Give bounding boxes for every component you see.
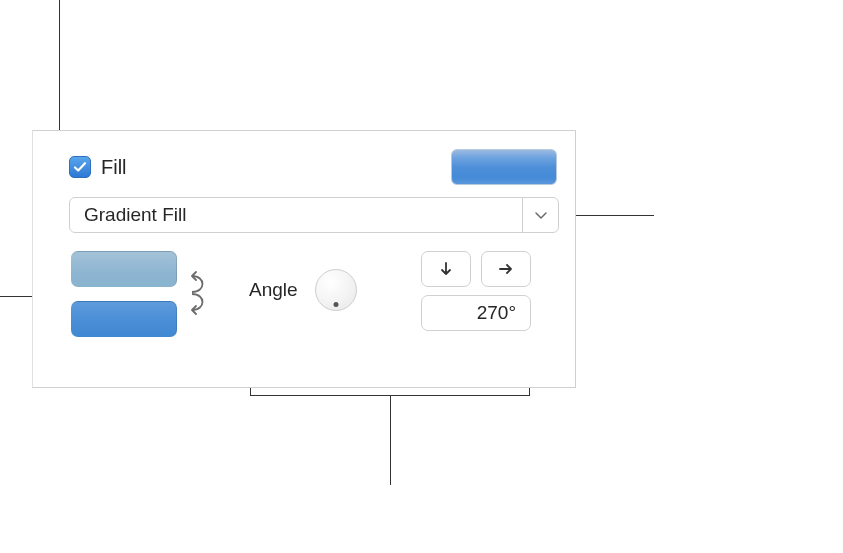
checkmark-icon (72, 159, 88, 175)
swap-arrows-icon (186, 268, 212, 318)
gradient-direction-right-button[interactable] (481, 251, 531, 287)
fill-type-label: Gradient Fill (70, 204, 522, 226)
angle-dial-indicator (334, 302, 339, 307)
angle-label: Angle (249, 279, 298, 301)
chevron-down-icon (522, 198, 558, 232)
callout-leader-dropdown (576, 215, 654, 216)
angle-dial[interactable] (315, 269, 357, 311)
fill-header-row: Fill (69, 145, 557, 189)
gradient-color-wells (71, 251, 177, 351)
fill-label: Fill (101, 156, 451, 179)
callout-leader-angle (390, 395, 391, 485)
fill-checkbox[interactable] (69, 156, 91, 178)
callout-leader-fill-checkbox (59, 0, 60, 132)
fill-panel: Fill Gradient Fill Angle (32, 130, 576, 388)
fill-preview-swatch[interactable] (451, 149, 557, 185)
arrow-down-icon (437, 260, 455, 278)
gradient-color-stop-1[interactable] (71, 251, 177, 287)
gradient-direction-down-button[interactable] (421, 251, 471, 287)
fill-type-dropdown[interactable]: Gradient Fill (69, 197, 559, 233)
arrow-right-icon (497, 260, 515, 278)
gradient-color-stop-2[interactable] (71, 301, 177, 337)
angle-value: 270° (477, 302, 516, 324)
swap-colors-button[interactable] (183, 265, 215, 321)
angle-input[interactable]: 270° (421, 295, 531, 331)
